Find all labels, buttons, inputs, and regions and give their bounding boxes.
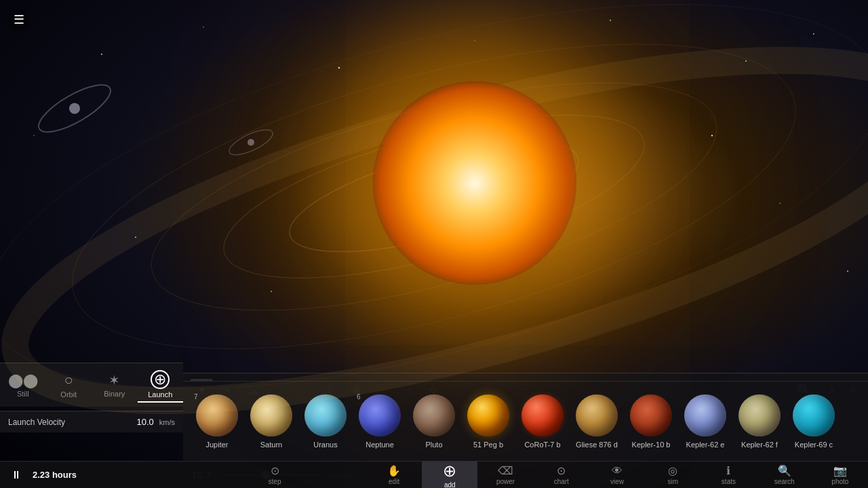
svg-point-0 xyxy=(101,54,102,55)
star-sun xyxy=(373,81,576,285)
hamburger-icon: ☰ xyxy=(14,13,24,26)
svg-point-3 xyxy=(474,40,475,41)
menu-button[interactable]: ☰ xyxy=(9,9,28,30)
svg-point-6 xyxy=(813,33,814,35)
svg-point-7 xyxy=(33,135,35,136)
svg-point-2 xyxy=(338,67,340,68)
svg-point-17 xyxy=(248,139,254,146)
svg-point-1 xyxy=(203,26,204,28)
svg-point-10 xyxy=(779,203,781,204)
svg-point-15 xyxy=(69,103,80,114)
svg-point-12 xyxy=(271,291,272,292)
svg-point-4 xyxy=(610,20,611,21)
svg-point-11 xyxy=(847,270,848,272)
svg-point-9 xyxy=(711,135,713,136)
